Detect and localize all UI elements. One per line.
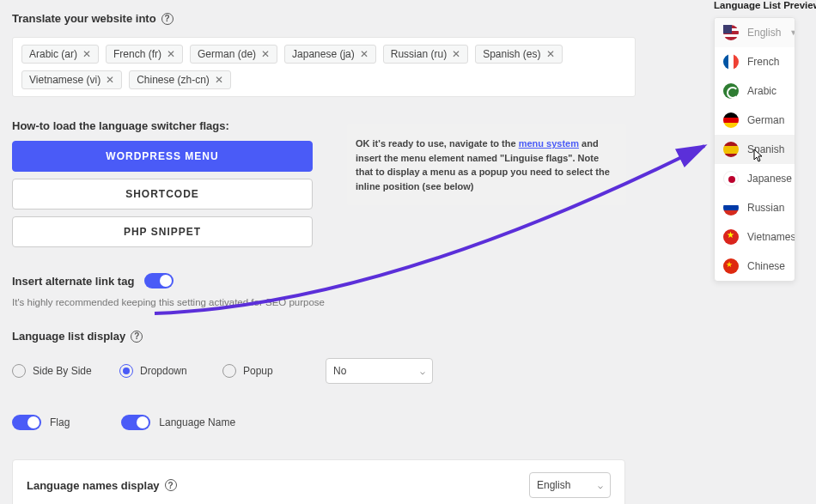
radio-side-label: Side By Side xyxy=(33,365,92,377)
language-chip[interactable]: Spanish (es)✕ xyxy=(475,45,562,64)
flag-icon xyxy=(723,112,739,128)
help-icon[interactable]: ? xyxy=(161,13,174,25)
info-prefix: OK it's ready to use, navigate to the xyxy=(356,138,519,149)
preview-item-label: Arabic xyxy=(747,85,776,97)
chip-label: Russian (ru) xyxy=(391,48,447,60)
close-icon[interactable]: ✕ xyxy=(452,49,460,59)
language-chips[interactable]: Arabic (ar)✕French (fr)✕German (de)✕Japa… xyxy=(12,37,636,97)
close-icon[interactable]: ✕ xyxy=(167,49,175,59)
radio-dropdown[interactable] xyxy=(119,364,133,378)
preview-item-label: Spanish xyxy=(747,143,784,155)
wordpress-menu-button[interactable]: WORDPRESS MENU xyxy=(12,141,313,172)
radio-side-by-side[interactable] xyxy=(12,364,26,378)
close-icon[interactable]: ✕ xyxy=(106,75,114,85)
close-icon[interactable]: ✕ xyxy=(82,49,91,59)
names-display-card: Language names display ? English ⌵ xyxy=(12,459,625,504)
chip-label: Japanese (ja) xyxy=(292,48,355,60)
preview-item[interactable]: Arabic xyxy=(715,76,795,106)
flag-toggle-label: Flag xyxy=(50,416,70,428)
help-icon[interactable]: ? xyxy=(165,479,177,491)
list-display-label: Language list display xyxy=(12,330,125,343)
chevron-down-icon: ⌵ xyxy=(598,481,603,490)
language-chip[interactable]: Chinese (zh-cn)✕ xyxy=(129,70,231,89)
lang-name-toggle-label: Language Name xyxy=(159,416,235,428)
preview-title: Language List Preview xyxy=(714,0,804,10)
preview-item-label: German xyxy=(747,114,784,126)
alt-tag-toggle[interactable] xyxy=(144,273,174,288)
preview-list[interactable]: English ▼ FrenchArabicGermanSpanishJapan… xyxy=(714,17,795,282)
howto-label: How-to load the language switcher flags: xyxy=(12,119,229,132)
language-chip[interactable]: French (fr)✕ xyxy=(106,45,183,64)
language-chip[interactable]: German (de)✕ xyxy=(190,45,277,64)
language-chip[interactable]: Arabic (ar)✕ xyxy=(21,45,99,64)
preview-item[interactable]: Russian xyxy=(715,193,795,222)
help-icon[interactable]: ? xyxy=(131,331,143,343)
close-icon[interactable]: ✕ xyxy=(215,75,223,85)
flag-icon xyxy=(723,171,739,186)
chip-label: German (de) xyxy=(198,48,256,60)
flag-icon xyxy=(723,83,739,99)
language-chip[interactable]: Japanese (ja)✕ xyxy=(284,45,376,64)
preview-item-label: Japanese xyxy=(747,173,792,185)
chevron-down-icon: ▼ xyxy=(789,28,795,37)
radio-popup[interactable] xyxy=(222,364,236,378)
flag-icon xyxy=(723,229,739,245)
chip-label: French (fr) xyxy=(113,48,161,60)
menu-system-link[interactable]: menu system xyxy=(519,138,579,149)
preview-item[interactable]: Vietnamese xyxy=(715,222,795,252)
preview-item[interactable]: Spanish xyxy=(715,135,795,164)
close-icon[interactable]: ✕ xyxy=(261,49,270,59)
display-select-value: No xyxy=(333,365,346,377)
chip-label: Spanish (es) xyxy=(483,48,540,60)
names-display-value: English xyxy=(537,479,570,491)
chip-label: Vietnamese (vi) xyxy=(29,74,100,86)
php-snippet-button[interactable]: PHP SNIPPET xyxy=(12,216,313,247)
names-display-select[interactable]: English ⌵ xyxy=(529,472,611,498)
preview-item[interactable]: German xyxy=(715,106,795,135)
lang-name-toggle[interactable] xyxy=(121,415,150,430)
alt-tag-label: Insert alternate link tag xyxy=(12,275,134,288)
close-icon[interactable]: ✕ xyxy=(360,49,368,59)
flag-icon xyxy=(723,258,739,274)
close-icon[interactable]: ✕ xyxy=(546,49,555,59)
chip-label: Chinese (zh-cn) xyxy=(137,74,210,86)
radio-dropdown-label: Dropdown xyxy=(140,365,187,377)
preview-header-label: English xyxy=(747,27,781,39)
preview-item-label: Vietnamese xyxy=(747,231,795,243)
translate-label: Translate your website into xyxy=(12,12,156,25)
preview-header[interactable]: English ▼ xyxy=(715,18,795,47)
language-chip[interactable]: Vietnamese (vi)✕ xyxy=(21,70,122,89)
chip-label: Arabic (ar) xyxy=(29,48,77,60)
alt-tag-hint: It's highly recommended keeping this set… xyxy=(12,297,636,307)
info-box: OK it's ready to use, navigate to the me… xyxy=(347,124,626,205)
language-chip[interactable]: Russian (ru)✕ xyxy=(383,45,468,64)
flag-icon xyxy=(723,54,739,70)
display-select[interactable]: No ⌵ xyxy=(326,358,433,384)
flag-toggle[interactable] xyxy=(12,415,41,430)
chevron-down-icon: ⌵ xyxy=(420,367,425,376)
preview-item-label: French xyxy=(747,56,779,68)
flag-icon xyxy=(723,25,739,40)
names-display-label: Language names display xyxy=(27,479,160,492)
preview-item[interactable]: Chinese xyxy=(715,252,795,281)
preview-item-label: Russian xyxy=(747,202,784,214)
flag-icon xyxy=(723,142,739,157)
preview-item[interactable]: French xyxy=(715,47,795,76)
radio-popup-label: Popup xyxy=(243,365,273,377)
shortcode-button[interactable]: SHORTCODE xyxy=(12,179,313,209)
preview-item[interactable]: Japanese xyxy=(715,164,795,193)
preview-item-label: Chinese xyxy=(747,260,785,272)
flag-icon xyxy=(723,200,739,216)
